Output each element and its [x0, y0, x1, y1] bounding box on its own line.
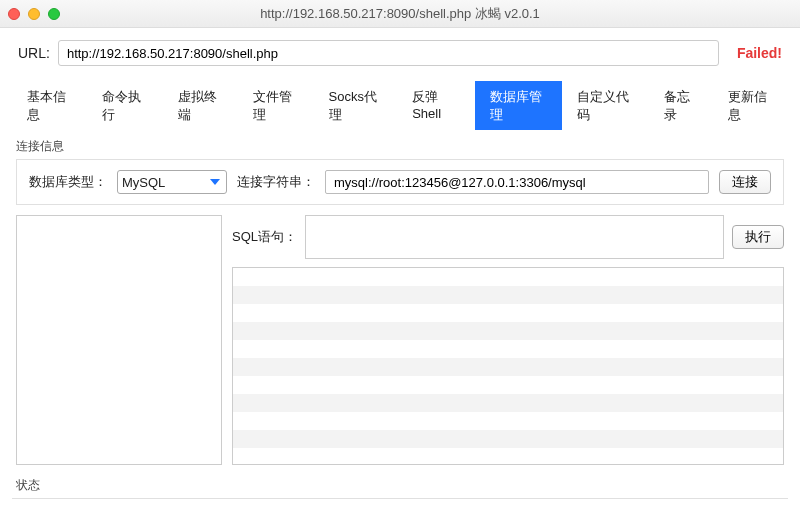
tab-custom-code[interactable]: 自定义代码	[562, 81, 649, 130]
db-main-area: SQL语句： 执行	[16, 215, 784, 465]
conn-string-label: 连接字符串：	[237, 173, 315, 191]
tab-virtual-terminal[interactable]: 虚拟终端	[163, 81, 238, 130]
url-label: URL:	[18, 45, 50, 61]
tab-socks-proxy[interactable]: Socks代理	[314, 81, 398, 130]
db-type-value: MySQL	[122, 175, 165, 190]
connect-button[interactable]: 连接	[719, 170, 771, 194]
conn-string-input[interactable]	[325, 170, 709, 194]
connection-status: Failed!	[737, 45, 782, 61]
url-input[interactable]	[58, 40, 719, 66]
status-bar: 基本信息获取失败:密钥获取失败,密码错误? 冰蝎 v2.0.1 By rebey…	[12, 498, 788, 505]
tab-update-info[interactable]: 更新信息	[713, 81, 788, 130]
execute-button[interactable]: 执行	[732, 225, 784, 249]
db-type-label: 数据库类型：	[29, 173, 107, 191]
db-tree-pane[interactable]	[16, 215, 222, 465]
sql-input[interactable]	[305, 215, 724, 259]
tab-basic-info[interactable]: 基本信息	[12, 81, 87, 130]
connection-section-label: 连接信息	[16, 138, 800, 155]
status-section-label: 状态	[16, 477, 800, 494]
db-type-select[interactable]: MySQL	[117, 170, 227, 194]
tab-file-manager[interactable]: 文件管理	[238, 81, 313, 130]
tab-memo[interactable]: 备忘录	[649, 81, 713, 130]
results-grid[interactable]	[232, 267, 784, 465]
sql-label: SQL语句：	[232, 228, 297, 246]
db-right-pane: SQL语句： 执行	[232, 215, 784, 465]
chevron-down-icon	[210, 179, 220, 185]
window-title: http://192.168.50.217:8090/shell.php 冰蝎 …	[0, 5, 800, 23]
url-row: URL: Failed!	[0, 28, 800, 74]
tab-database[interactable]: 数据库管理	[475, 81, 562, 130]
db-config-row: 数据库类型： MySQL 连接字符串： 连接	[16, 159, 784, 205]
window-titlebar: http://192.168.50.217:8090/shell.php 冰蝎 …	[0, 0, 800, 28]
tab-command-exec[interactable]: 命令执行	[87, 81, 162, 130]
tab-bar: 基本信息 命令执行 虚拟终端 文件管理 Socks代理 反弹Shell 数据库管…	[12, 80, 788, 130]
sql-row: SQL语句： 执行	[232, 215, 784, 259]
tab-reverse-shell[interactable]: 反弹Shell	[397, 81, 475, 130]
